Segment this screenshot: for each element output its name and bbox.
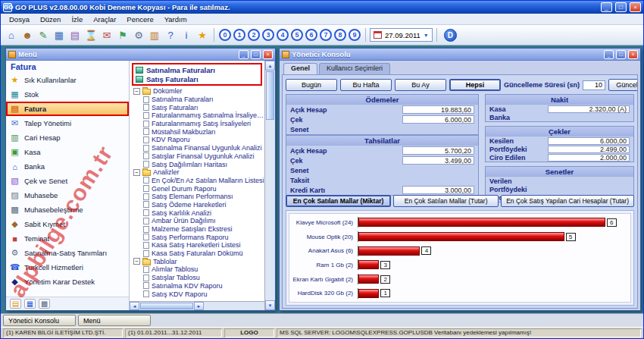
- menu-item[interactable]: Yardım: [159, 15, 192, 24]
- tree-leaf[interactable]: Satış Elemanı Performansı: [132, 193, 264, 201]
- favorite-shortcut[interactable]: Satınalma Faturaları: [136, 65, 258, 74]
- console-window-titlebar[interactable]: Yönetici Konsolu _ □ ×: [280, 49, 640, 61]
- scrollbar-thumb[interactable]: [140, 303, 193, 309]
- sidebar-item[interactable]: ▦ Stok: [6, 87, 129, 102]
- tree-leaf[interactable]: Satışlar Tablosu: [132, 274, 264, 282]
- tree-leaf[interactable]: Kasa Satış Hareketleri Listesi: [132, 241, 264, 250]
- sidebar-item[interactable]: ★ Sık Kullanılanlar: [6, 73, 129, 87]
- clock-icon[interactable]: ⌛: [83, 27, 98, 42]
- sidebar-item[interactable]: ▩ Muhasebeleştirme: [6, 202, 129, 217]
- settings-icon[interactable]: ⚙: [131, 27, 146, 42]
- menu-item[interactable]: İzle: [66, 15, 88, 24]
- folder-icon[interactable]: ▤: [10, 299, 21, 309]
- tree-leaf[interactable]: Satınalma Finansal Uygunluk Analizi: [132, 144, 264, 152]
- tree-leaf[interactable]: Satınalma KDV Raporu: [132, 282, 264, 290]
- tree-leaf[interactable]: Satınalma Faturaları: [132, 96, 264, 104]
- chart-selector-button[interactable]: En Çok Satılan Mallar (Tutar): [393, 195, 499, 207]
- window-task-button[interactable]: Menü: [78, 315, 151, 326]
- tree-leaf[interactable]: Satış Dağılımları Haritası: [132, 160, 264, 168]
- tree-leaf[interactable]: Satış Karlılık Analizi: [132, 209, 264, 217]
- window-task-button[interactable]: Yönetici Konsolu: [3, 315, 76, 326]
- scroll-down-icon[interactable]: ▼: [265, 300, 275, 310]
- mail-icon[interactable]: ✉: [99, 27, 114, 42]
- tree-leaf[interactable]: Satışlar Finansal Uygunluk Analizi: [132, 152, 264, 161]
- number-shortcut-button[interactable]: 7: [320, 29, 332, 41]
- close-button[interactable]: ×: [630, 2, 641, 12]
- minimize-button[interactable]: _: [604, 50, 614, 59]
- user-badge[interactable]: D: [444, 29, 457, 42]
- scrollbar-thumb[interactable]: [266, 71, 274, 120]
- maximize-button[interactable]: □: [615, 2, 627, 12]
- sidebar-item[interactable]: ▥ Cari Hesap: [6, 130, 129, 145]
- scroll-up-icon[interactable]: ▲: [265, 61, 275, 71]
- update-interval-field[interactable]: 10: [583, 80, 605, 90]
- info-icon[interactable]: i: [179, 27, 194, 42]
- save-icon[interactable]: ▦: [24, 299, 36, 309]
- maximize-button[interactable]: □: [251, 50, 261, 59]
- tree-leaf[interactable]: Malzeme Satışları Ekstresi: [132, 225, 264, 234]
- window-icon[interactable]: ⌂: [4, 27, 19, 42]
- sidebar-item[interactable]: ⌂ Banka: [6, 159, 129, 174]
- star-icon[interactable]: ★: [195, 27, 210, 42]
- number-shortcut-button[interactable]: 0: [219, 29, 231, 41]
- chevron-down-icon[interactable]: ▼: [424, 33, 429, 38]
- number-shortcut-button[interactable]: 8: [334, 29, 346, 41]
- close-icon[interactable]: ×: [263, 50, 273, 59]
- collapse-icon[interactable]: −: [133, 88, 140, 95]
- chart-selector-button[interactable]: En Çok Satılan Mallar (Miktar): [286, 195, 391, 207]
- sidebar-item[interactable]: ■ Teminat: [6, 231, 129, 246]
- scroll-left-icon[interactable]: ◄: [130, 302, 139, 310]
- menu-window-titlebar[interactable]: Menü _ □ ×: [6, 49, 275, 61]
- scroll-right-icon[interactable]: ►: [194, 302, 204, 310]
- menu-item[interactable]: Dosya: [4, 15, 35, 24]
- number-shortcut-button[interactable]: 5: [291, 29, 303, 41]
- tree-leaf[interactable]: Satış Faturaları: [132, 103, 264, 111]
- sidebar-item[interactable]: ▣ Kasa: [6, 145, 129, 159]
- period-filter-button[interactable]: Hepsi: [449, 79, 501, 91]
- update-button[interactable]: Güncelle: [608, 79, 638, 91]
- tree-leaf[interactable]: Alımlar Tablosu: [132, 265, 264, 274]
- tree-leaf[interactable]: Genel Durum Raporu: [132, 184, 264, 193]
- users-icon[interactable]: ☻: [20, 27, 35, 42]
- vertical-scrollbar[interactable]: ▲ ▼: [264, 61, 275, 310]
- close-icon[interactable]: ×: [628, 50, 638, 59]
- sidebar-item[interactable]: ✉ Talep Yönetimi: [6, 116, 129, 130]
- sidebar-item[interactable]: ◆ Sabit Kıymet: [6, 217, 129, 231]
- calculator-icon[interactable]: ▩: [39, 299, 50, 309]
- number-shortcut-button[interactable]: 2: [248, 29, 260, 41]
- console-tab[interactable]: Kullanıcı Seçimleri: [319, 63, 390, 74]
- tree-folder[interactable]: −Dökümler: [132, 87, 264, 96]
- edit-icon[interactable]: ✎: [36, 27, 51, 42]
- tree-leaf[interactable]: Satış KDV Raporu: [132, 290, 264, 298]
- tree-leaf[interactable]: Ambar Ürün Dağılımı: [132, 217, 264, 225]
- number-shortcut-button[interactable]: 9: [349, 29, 361, 41]
- sidebar-item[interactable]: ◆ Yönetim Karar Destek: [6, 275, 129, 289]
- menu-item[interactable]: Pencere: [121, 15, 158, 24]
- console-tab[interactable]: Genel: [283, 63, 317, 74]
- tree-leaf[interactable]: Müstahsil Makbuzları: [132, 127, 264, 136]
- sidebar-item[interactable]: ▤ Fatura: [6, 102, 129, 116]
- tree-leaf[interactable]: Faturalanmamış Satınalma İrsaliyeleri: [132, 111, 264, 120]
- help-icon[interactable]: ?: [163, 27, 178, 42]
- sidebar-item[interactable]: ⚙ Satınalma-Satış Tanımları: [6, 246, 129, 260]
- sidebar-item[interactable]: ☎ Turkcell Hizmetleri: [6, 260, 129, 275]
- report-icon[interactable]: ▤: [67, 27, 83, 42]
- chart-icon[interactable]: ▥: [147, 27, 162, 42]
- tree-leaf[interactable]: Kasa Satış Faturaları Dökümü: [132, 250, 264, 258]
- number-shortcut-button[interactable]: 3: [262, 29, 274, 41]
- menu-item[interactable]: Araçlar: [88, 15, 121, 24]
- collapse-icon[interactable]: −: [133, 169, 140, 176]
- working-date-field[interactable]: 27.09.2011 ▼: [370, 28, 433, 42]
- tree-leaf[interactable]: Satış Performans Raporu: [132, 233, 264, 241]
- collapse-icon[interactable]: −: [133, 258, 140, 265]
- number-shortcut-button[interactable]: 1: [233, 29, 245, 41]
- number-shortcut-button[interactable]: 4: [277, 29, 289, 41]
- tree-leaf[interactable]: Satış Ödeme Hareketleri: [132, 201, 264, 209]
- period-filter-button[interactable]: Bu Ay: [395, 79, 446, 91]
- sidebar-item[interactable]: ▧ Çek ve Senet: [6, 174, 129, 188]
- grid-icon[interactable]: ▦: [52, 27, 67, 42]
- favorite-shortcut[interactable]: Satış Faturaları: [136, 74, 258, 83]
- number-shortcut-button[interactable]: 6: [305, 29, 317, 41]
- period-filter-button[interactable]: Bugün: [286, 79, 337, 91]
- period-filter-button[interactable]: Bu Hafta: [340, 79, 392, 91]
